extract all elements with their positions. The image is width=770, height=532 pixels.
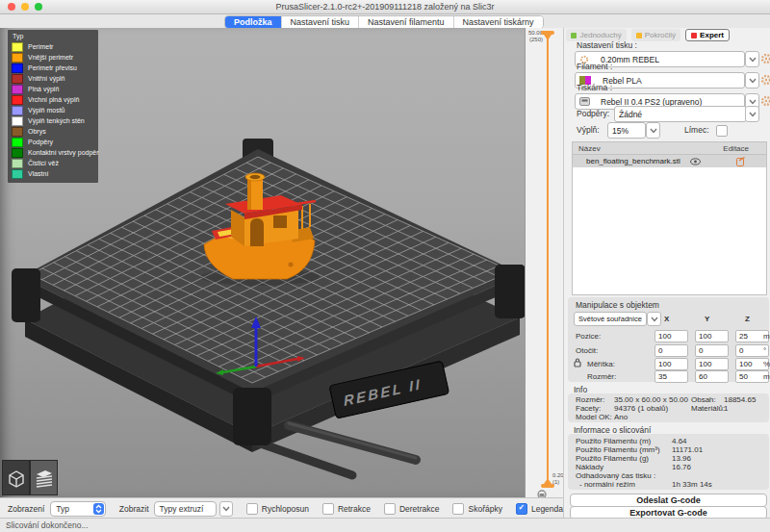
retractions-checkbox-row[interactable]: Retrakce bbox=[322, 503, 371, 515]
position-unit: mm bbox=[763, 332, 770, 341]
send-gcode-button[interactable]: Odeslat G-code bbox=[570, 494, 767, 507]
size-y-input[interactable]: 60 bbox=[695, 370, 729, 383]
show-select[interactable]: Typy extruzí bbox=[154, 501, 217, 517]
estimated-time-label: Odhadovaný čas tisku : bbox=[576, 471, 655, 480]
infill-dropdown-button[interactable] bbox=[646, 122, 660, 139]
color-swatch bbox=[12, 127, 23, 137]
slicing-info-panel: Použito Filamentu (m) 4.64 Použito Filam… bbox=[568, 434, 769, 490]
position-label: Pozice: bbox=[576, 332, 601, 341]
axis-x-header: X bbox=[664, 315, 669, 323]
printer-icon bbox=[579, 97, 590, 106]
color-swatch bbox=[12, 42, 23, 52]
axis-y-header: Y bbox=[705, 315, 709, 323]
chevron-down-icon bbox=[651, 317, 658, 322]
object-name: ben_floating_benchmark.stl bbox=[586, 157, 680, 165]
scale-x-input[interactable]: 100 bbox=[654, 358, 688, 370]
color-swatch bbox=[12, 159, 23, 168]
object-list-row[interactable]: ben_floating_benchmark.stl bbox=[573, 155, 766, 167]
lock-icon[interactable] bbox=[538, 491, 546, 497]
print-settings-dropdown-button[interactable] bbox=[745, 51, 759, 67]
legend-checkbox-row[interactable]: Legenda bbox=[516, 503, 563, 515]
legend-item: Perimetr bbox=[12, 41, 94, 52]
size-x-input[interactable]: 35 bbox=[654, 370, 688, 383]
filament-dropdown-button[interactable] bbox=[745, 72, 759, 89]
edit-icon[interactable] bbox=[736, 157, 745, 166]
tab-printer-settings[interactable]: Nastavení tiskárny bbox=[454, 16, 543, 28]
legend-item: Vlastní bbox=[12, 168, 94, 179]
legend-title: Typ bbox=[13, 33, 94, 39]
rotate-y-input[interactable]: 0 bbox=[695, 344, 729, 357]
supports-dropdown-button[interactable] bbox=[745, 106, 759, 122]
shells-checkbox bbox=[452, 503, 464, 515]
export-gcode-button[interactable]: Exportovat G-code bbox=[570, 506, 767, 518]
preview-view-button[interactable] bbox=[30, 460, 58, 495]
stepper-icon bbox=[93, 503, 104, 515]
color-swatch bbox=[12, 148, 23, 158]
titlebar: PrusaSlicer-2.1.0-rc2+-201909111218 zalo… bbox=[0, 0, 770, 14]
print-settings-edit-gear-icon[interactable] bbox=[760, 53, 770, 64]
color-swatch bbox=[12, 53, 23, 63]
show-dropdown-button[interactable] bbox=[219, 501, 233, 517]
printer-edit-gear-icon[interactable] bbox=[760, 95, 770, 107]
3d-editor-view-button[interactable] bbox=[2, 460, 30, 495]
infill-select[interactable]: 15% bbox=[607, 122, 646, 139]
scale-lock-icon[interactable] bbox=[574, 358, 581, 367]
print-settings-label: Nastavení tisku : bbox=[577, 40, 637, 50]
info-modelok-value: Ano bbox=[614, 413, 628, 421]
sidebar: Jednoduchý Pokročilý Expert Nastavení ti… bbox=[563, 28, 770, 518]
legend-item: Vnitřní výplň bbox=[12, 73, 94, 84]
extrusion-type-legend: Typ Perimetr Vnější perimetr Perimetr př… bbox=[8, 30, 98, 183]
info-dim-value: 35.00 x 60.00 x 50.00 bbox=[614, 395, 688, 404]
rotate-label: Otočit: bbox=[576, 346, 598, 355]
position-x-input[interactable]: 100 bbox=[654, 330, 688, 342]
layers-icon bbox=[34, 468, 55, 489]
layer-slider-strip: 50.00(250) 0.20(1) bbox=[525, 28, 564, 497]
supports-select[interactable]: Žádné bbox=[614, 106, 747, 122]
eye-icon[interactable] bbox=[690, 158, 701, 165]
cost-label: Náklady bbox=[576, 463, 603, 471]
object-list-header: Název Editace bbox=[572, 141, 767, 155]
brim-checkbox[interactable] bbox=[716, 125, 728, 137]
printer-rod bbox=[289, 425, 416, 460]
bed-corner-bracket bbox=[495, 265, 525, 318]
legend-checkbox bbox=[516, 503, 527, 515]
tab-print-settings[interactable]: Nastavení tisku bbox=[282, 16, 360, 28]
position-y-input[interactable]: 100 bbox=[695, 330, 729, 342]
legend-item: Obrys bbox=[12, 126, 94, 137]
slider-top-handle[interactable] bbox=[541, 31, 554, 40]
layer-slider[interactable] bbox=[526, 28, 564, 497]
color-swatch bbox=[12, 138, 23, 147]
info-facets-value: 94376 (1 obalů) bbox=[614, 404, 668, 413]
scale-label: Měřítka: bbox=[587, 360, 615, 368]
travel-checkbox-row[interactable]: Rychloposun bbox=[246, 503, 309, 515]
mode-expert-button[interactable]: Expert bbox=[685, 29, 730, 41]
coordinate-system-select[interactable]: Světové souřadnice bbox=[574, 312, 647, 326]
axis-z-header: Z bbox=[745, 315, 750, 323]
bed-corner-bracket bbox=[233, 388, 271, 445]
tab-plater[interactable]: Podložka bbox=[225, 16, 282, 28]
3d-viewport[interactable]: REBEL II bbox=[0, 28, 525, 497]
object-list[interactable]: ben_floating_benchmark.stl bbox=[572, 154, 767, 295]
filament-mm3-label: Použito Filamentu (mm³) bbox=[576, 445, 660, 454]
color-swatch bbox=[12, 169, 23, 179]
object-manipulation-panel: Manipulace s objektem Světové souřadnice… bbox=[568, 297, 769, 382]
mode-advanced-button[interactable]: Pokročilý bbox=[631, 29, 680, 41]
info-volume-value: 18854.65 bbox=[724, 395, 756, 404]
tab-filament-settings[interactable]: Nastavení filamentu bbox=[359, 16, 454, 28]
tab-bar: Podložka Nastavení tisku Nastavení filam… bbox=[0, 14, 770, 29]
legend-item: Vnější perimetr bbox=[12, 52, 94, 63]
edit-column-header[interactable]: Editace bbox=[723, 144, 749, 153]
filament-m-value: 4.64 bbox=[672, 437, 687, 445]
legend-item: Perimetr převisu bbox=[12, 63, 94, 73]
view-mode-select[interactable]: Typ bbox=[50, 501, 106, 517]
scale-unit: % bbox=[763, 360, 770, 368]
name-column-header[interactable]: Název bbox=[578, 144, 601, 153]
filament-edit-gear-icon[interactable] bbox=[760, 74, 770, 86]
rotate-x-input[interactable]: 0 bbox=[654, 344, 688, 357]
deretractions-checkbox-row[interactable]: Deretrakce bbox=[384, 503, 440, 515]
shells-checkbox-row[interactable]: Skořápky bbox=[452, 503, 501, 515]
normal-mode-time: 1h 33m 14s bbox=[672, 480, 712, 489]
scale-y-input[interactable]: 100 bbox=[695, 358, 729, 370]
size-label: Rozměr: bbox=[587, 372, 616, 381]
coordinate-dropdown-button[interactable] bbox=[647, 312, 661, 326]
